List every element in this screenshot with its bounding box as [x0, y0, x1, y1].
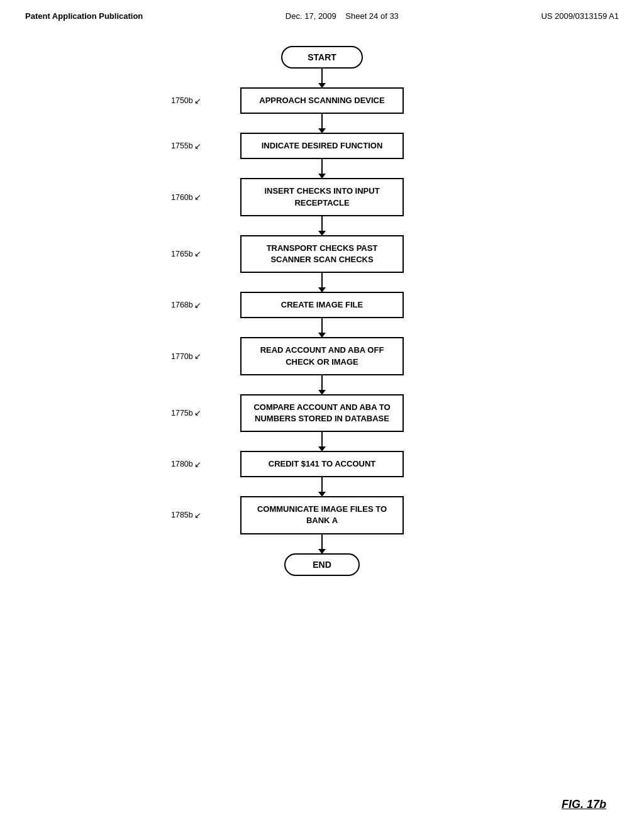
row-1785b: 1785b ↙ COMMUNICATE IMAGE FILES TO BANK …	[165, 496, 479, 534]
arrow-3	[321, 159, 323, 178]
label-1755b: 1755b ↙	[171, 141, 201, 151]
label-1785b: 1785b ↙	[171, 511, 201, 520]
row-1765b: 1765b ↙ TRANSPORT CHECKS PAST SCANNER SC…	[165, 235, 479, 273]
arrow-10	[321, 534, 323, 553]
label-1765b: 1765b ↙	[171, 249, 201, 258]
node-1765b: TRANSPORT CHECKS PAST SCANNER SCAN CHECK…	[240, 235, 404, 273]
diagram-container: START 1750b ↙ APPROACH SCANNING DEVICE 1…	[0, 27, 644, 589]
label-1780b: 1780b ↙	[171, 460, 201, 469]
row-1768b: 1768b ↙ CREATE IMAGE FILE	[165, 292, 479, 318]
row-1760b: 1760b ↙ INSERT CHECKS INTO INPUT RECEPTA…	[165, 178, 479, 216]
node-1768b: CREATE IMAGE FILE	[240, 292, 404, 318]
node-1750b: APPROACH SCANNING DEVICE	[240, 87, 404, 114]
arrow-5	[321, 273, 323, 292]
arrow-8	[321, 432, 323, 451]
row-1780b: 1780b ↙ CREDIT $141 TO ACCOUNT	[165, 451, 479, 477]
start-row: START	[165, 46, 479, 69]
header-sheet: Sheet 24 of 33	[345, 11, 399, 21]
label-1770b: 1770b ↙	[171, 351, 201, 361]
node-1755b: INDICATE DESIRED FUNCTION	[240, 133, 404, 159]
end-row: END	[165, 553, 479, 576]
row-1755b: 1755b ↙ INDICATE DESIRED FUNCTION	[165, 133, 479, 159]
page-header: Patent Application Publication Dec. 17, …	[0, 0, 644, 27]
header-date-sheet: Dec. 17, 2009 Sheet 24 of 33	[286, 11, 399, 21]
row-1750b: 1750b ↙ APPROACH SCANNING DEVICE	[165, 87, 479, 114]
arrow-1	[321, 69, 323, 87]
label-1760b: 1760b ↙	[171, 192, 201, 202]
header-date: Dec. 17, 2009	[286, 11, 336, 21]
row-1770b: 1770b ↙ READ ACCOUNT AND ABA OFF CHECK O…	[165, 337, 479, 375]
arrow-2	[321, 114, 323, 133]
node-1760b: INSERT CHECKS INTO INPUT RECEPTACLE	[240, 178, 404, 216]
start-node: START	[281, 46, 363, 69]
node-1785b: COMMUNICATE IMAGE FILES TO BANK A	[240, 496, 404, 534]
arrow-7	[321, 375, 323, 394]
label-1775b: 1775b ↙	[171, 408, 201, 418]
arrow-9	[321, 477, 323, 496]
end-node: END	[284, 553, 360, 576]
node-1775b: COMPARE ACCOUNT AND ABA TO NUMBERS STORE…	[240, 394, 404, 432]
node-1780b: CREDIT $141 TO ACCOUNT	[240, 451, 404, 477]
arrow-4	[321, 216, 323, 235]
header-publication-label: Patent Application Publication	[25, 11, 143, 21]
label-1768b: 1768b ↙	[171, 301, 201, 310]
arrow-6	[321, 318, 323, 337]
figure-caption: FIG. 17b	[562, 798, 606, 811]
header-patent-number: US 2009/0313159 A1	[541, 11, 619, 21]
flowchart: START 1750b ↙ APPROACH SCANNING DEVICE 1…	[165, 46, 479, 576]
label-1750b: 1750b ↙	[171, 96, 201, 106]
node-1770b: READ ACCOUNT AND ABA OFF CHECK OR IMAGE	[240, 337, 404, 375]
row-1775b: 1775b ↙ COMPARE ACCOUNT AND ABA TO NUMBE…	[165, 394, 479, 432]
